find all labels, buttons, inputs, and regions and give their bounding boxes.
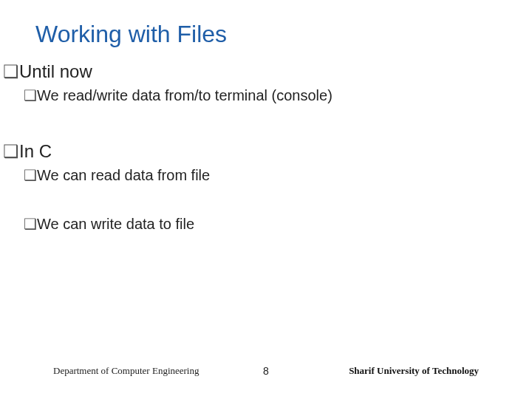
footer-page-number: 8 [263,365,269,377]
slide-content: ❑Until now ❑We read/write data from/to t… [3,61,497,233]
bullet-level2: ❑We can write data to file [24,215,497,233]
bullet-level1: ❑Until now [3,61,497,82]
bullet-text: We can read data from file [37,167,210,183]
bullet-text: Until now [19,61,92,81]
footer-department: Department of Computer Engineering [53,365,199,377]
bullet-level2: ❑We can read data from file [24,166,497,184]
bullet-marker-icon: ❑ [3,61,19,81]
bullet-text: We can write data to file [37,216,194,232]
bullet-marker-icon: ❑ [24,87,37,103]
footer-university: Sharif University of Technology [349,365,479,377]
slide-footer: Department of Computer Engineering 8 Sha… [0,365,532,377]
bullet-level1: ❑In C [3,141,497,162]
slide: Working with Files ❑Until now ❑We read/w… [0,0,532,399]
slide-title: Working with Files [35,21,497,48]
bullet-marker-icon: ❑ [3,141,19,161]
bullet-text: In C [19,141,52,161]
bullet-level2: ❑We read/write data from/to terminal (co… [24,86,497,104]
bullet-marker-icon: ❑ [24,216,37,232]
bullet-marker-icon: ❑ [24,167,37,183]
bullet-text: We read/write data from/to terminal (con… [37,87,332,103]
